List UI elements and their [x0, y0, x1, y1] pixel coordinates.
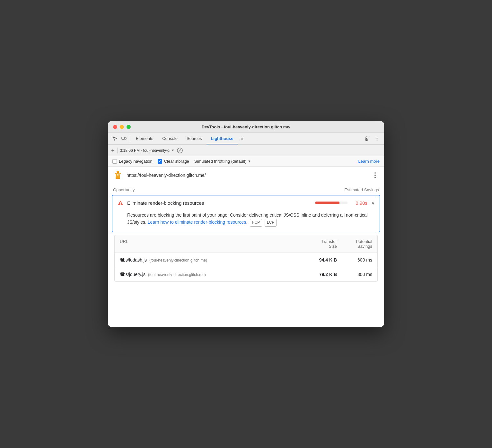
- audit-item: Eliminate render-blocking resources 0.90…: [112, 195, 380, 232]
- table-row: /libs/jquery.js (foul-heavenly-direction…: [115, 267, 377, 281]
- td-size-2: 79.2 KiB: [305, 272, 337, 277]
- lcp-badge: LCP: [265, 219, 277, 226]
- lh-url-text: https://foul-heavenly-direction.glitch.m…: [127, 173, 367, 178]
- more-options-icon[interactable]: [373, 134, 382, 143]
- estimated-savings-label: Estimated Savings: [344, 187, 379, 192]
- tabs-overflow-icon[interactable]: »: [238, 136, 246, 141]
- url-chevron-icon: ▼: [171, 149, 174, 152]
- traffic-lights: [113, 125, 131, 129]
- td-size-1: 94.4 KiB: [305, 257, 337, 263]
- device-toggle-icon[interactable]: [119, 134, 128, 143]
- fcp-badge: FCP: [250, 219, 262, 226]
- url-domain-2: (foul-heavenly-direction.glitch.me): [148, 272, 206, 277]
- svg-point-4: [377, 140, 378, 141]
- inspect-element-icon[interactable]: [110, 134, 119, 143]
- period: .: [246, 220, 247, 225]
- menu-dot: [374, 177, 376, 178]
- throttle-chevron-icon: ▼: [248, 159, 251, 163]
- opportunity-header: Opportunity Estimated Savings: [108, 184, 384, 195]
- tab-lighthouse[interactable]: Lighthouse: [206, 133, 238, 144]
- warning-icon: [118, 200, 123, 206]
- lh-menu-button[interactable]: [371, 171, 379, 179]
- td-savings-1: 600 ms: [337, 257, 372, 263]
- main-content: https://foul-heavenly-direction.glitch.m…: [108, 167, 384, 327]
- svg-rect-1: [125, 138, 126, 139]
- maximize-button[interactable]: [127, 125, 131, 129]
- td-url-1: /libs/lodash.js (foul-heavenly-direction…: [120, 257, 305, 263]
- table-row: /libs/lodash.js (foul-heavenly-direction…: [115, 253, 377, 267]
- clear-storage-checkbox-box[interactable]: [158, 159, 162, 164]
- svg-rect-6: [117, 172, 119, 173]
- tab-console[interactable]: Console: [158, 133, 182, 144]
- throttle-label: Simulated throttling (default): [194, 159, 247, 164]
- lh-url-bar: https://foul-heavenly-direction.glitch.m…: [108, 167, 384, 184]
- no-entry-icon[interactable]: [177, 148, 183, 153]
- th-url: URL: [120, 239, 305, 249]
- audit-learn-more-link[interactable]: Learn how to eliminate render-blocking r…: [148, 220, 246, 225]
- title-bar: DevTools - foul-heavenly-direction.glitc…: [108, 121, 384, 133]
- tab-separator: [130, 135, 130, 142]
- tabs-list: Elements Console Sources Lighthouse »: [131, 133, 362, 144]
- clear-storage-checkbox[interactable]: Clear storage: [158, 159, 189, 164]
- secondary-toolbar: + 3:18:06 PM - foul-heavenly-di ▼: [108, 145, 384, 156]
- url-path-1: /libs/lodash.js: [120, 257, 147, 263]
- devtools-tabs-bar: Elements Console Sources Lighthouse »: [108, 133, 384, 145]
- audit-bar: [315, 202, 347, 204]
- legacy-nav-label: Legacy navigation: [119, 159, 153, 164]
- menu-dot: [374, 175, 376, 176]
- audit-table: URL TransferSize PotentialSavings /libs/…: [114, 235, 378, 282]
- legacy-nav-checkbox-box[interactable]: [112, 159, 117, 164]
- lighthouse-icon: [113, 170, 123, 180]
- svg-point-12: [120, 204, 121, 205]
- throttle-select[interactable]: Simulated throttling (default) ▼: [194, 159, 251, 164]
- url-domain-1: (foul-heavenly-direction.glitch.me): [149, 258, 207, 263]
- window-title: DevTools - foul-heavenly-direction.glitc…: [202, 125, 290, 129]
- tab-sources[interactable]: Sources: [182, 133, 206, 144]
- url-display: 3:18:06 PM - foul-heavenly-di ▼: [120, 148, 175, 153]
- close-button[interactable]: [113, 125, 117, 129]
- menu-dot: [374, 172, 376, 174]
- th-potential-savings: PotentialSavings: [337, 239, 372, 249]
- audit-description: Resources are blocking the first paint o…: [112, 210, 380, 232]
- svg-rect-0: [122, 137, 125, 139]
- svg-point-3: [377, 138, 378, 139]
- td-savings-2: 300 ms: [337, 272, 372, 277]
- th-transfer-size: TransferSize: [305, 239, 337, 249]
- table-header: URL TransferSize PotentialSavings: [115, 235, 377, 253]
- audit-savings: 0.90s: [351, 200, 367, 206]
- clear-storage-label: Clear storage: [164, 159, 189, 164]
- settings-icon[interactable]: [362, 134, 371, 143]
- audit-bar-fill: [315, 202, 339, 204]
- td-url-2: /libs/jquery.js (foul-heavenly-direction…: [120, 272, 305, 277]
- legacy-nav-checkbox[interactable]: Legacy navigation: [112, 159, 153, 164]
- svg-point-2: [377, 136, 378, 137]
- audit-expand-icon[interactable]: ∧: [371, 200, 374, 205]
- options-toolbar: Legacy navigation Clear storage Simulate…: [108, 156, 384, 167]
- audit-header[interactable]: Eliminate render-blocking resources 0.90…: [112, 195, 380, 210]
- svg-rect-11: [120, 202, 121, 204]
- opportunity-label: Opportunity: [113, 187, 135, 192]
- svg-rect-5: [117, 171, 119, 172]
- devtools-right-icons: [362, 134, 382, 143]
- minimize-button[interactable]: [120, 125, 124, 129]
- svg-rect-8: [116, 178, 120, 179]
- url-dropdown[interactable]: 3:18:06 PM - foul-heavenly-di ▼: [120, 148, 175, 153]
- svg-rect-9: [117, 174, 119, 176]
- url-text: 3:18:06 PM - foul-heavenly-di: [120, 148, 171, 153]
- audit-title: Eliminate render-blocking resources: [127, 200, 312, 206]
- tab-elements[interactable]: Elements: [131, 133, 158, 144]
- url-path-2: /libs/jquery.js: [120, 272, 145, 277]
- learn-more-link[interactable]: Learn more: [358, 159, 380, 164]
- add-button[interactable]: +: [111, 148, 115, 153]
- devtools-window: DevTools - foul-heavenly-direction.glitc…: [108, 121, 384, 327]
- toolbar-separator: [117, 148, 118, 153]
